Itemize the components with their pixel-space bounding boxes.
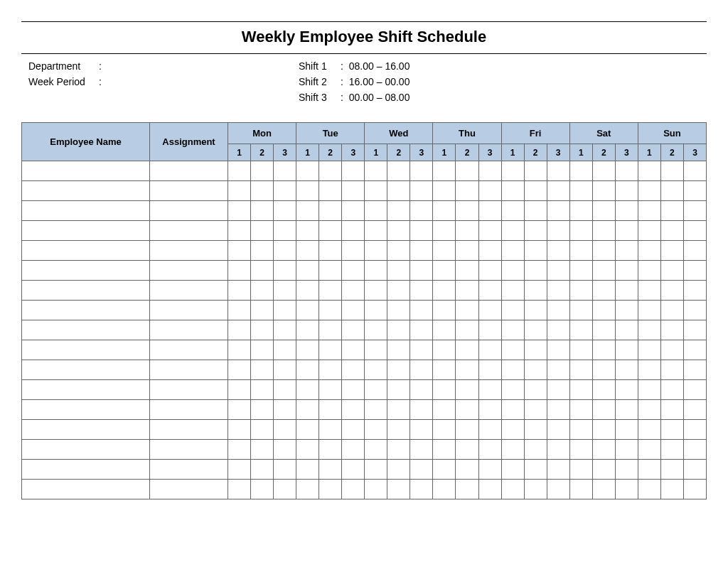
cell-shift	[660, 181, 683, 201]
cell-shift	[592, 380, 615, 400]
cell-shift	[410, 301, 433, 320]
cell-shift	[638, 360, 660, 380]
colon: :	[341, 74, 346, 90]
cell-shift	[274, 460, 296, 480]
colon: :	[99, 58, 106, 74]
col-day: Mon	[228, 123, 296, 144]
cell-shift	[615, 261, 638, 281]
cell-shift	[524, 340, 547, 360]
shift-label: Shift 2	[299, 74, 338, 90]
shift-row: Shift 3 : 00.00 – 08.00	[299, 90, 700, 105]
cell-shift	[274, 360, 296, 380]
cell-shift	[296, 440, 319, 460]
cell-shift	[501, 320, 524, 340]
shift-label: Shift 3	[299, 90, 338, 105]
col-shift-num: 2	[592, 144, 615, 161]
cell-shift	[615, 161, 638, 181]
cell-shift	[433, 340, 456, 360]
cell-shift	[615, 480, 638, 499]
cell-shift	[274, 161, 296, 181]
cell-shift	[478, 261, 501, 281]
cell-shift	[365, 440, 387, 460]
cell-shift	[251, 340, 274, 360]
cell-shift	[592, 161, 615, 181]
cell-shift	[501, 261, 524, 281]
cell-shift	[638, 221, 660, 241]
cell-employee-name	[22, 480, 150, 499]
cell-shift	[660, 440, 683, 460]
cell-shift	[456, 320, 478, 340]
cell-shift	[478, 241, 501, 261]
cell-employee-name	[22, 360, 150, 380]
cell-shift	[478, 380, 501, 400]
cell-shift	[296, 281, 319, 301]
cell-shift	[547, 340, 569, 360]
colon: :	[341, 58, 346, 74]
cell-assignment	[150, 460, 228, 480]
cell-shift	[433, 460, 456, 480]
cell-shift	[660, 380, 683, 400]
col-shift-num: 2	[319, 144, 342, 161]
cell-shift	[615, 340, 638, 360]
cell-shift	[501, 460, 524, 480]
cell-shift	[433, 440, 456, 460]
cell-shift	[296, 380, 319, 400]
col-day: Sat	[569, 123, 638, 144]
cell-shift	[524, 440, 547, 460]
cell-assignment	[150, 480, 228, 499]
cell-shift	[410, 480, 433, 499]
colon: :	[99, 74, 106, 90]
cell-assignment	[150, 440, 228, 460]
cell-shift	[478, 281, 501, 301]
cell-assignment	[150, 241, 228, 261]
cell-shift	[410, 281, 433, 301]
shift-time: 00.00 – 08.00	[349, 92, 410, 103]
cell-shift	[660, 281, 683, 301]
meta-block: Department : Week Period : Shift 1 : 08.…	[21, 54, 707, 122]
cell-shift	[319, 181, 342, 201]
cell-shift	[387, 301, 410, 320]
cell-shift	[365, 480, 387, 499]
col-shift-num: 3	[683, 144, 706, 161]
cell-shift	[228, 221, 251, 241]
cell-shift	[410, 201, 433, 221]
cell-shift	[251, 181, 274, 201]
cell-employee-name	[22, 320, 150, 340]
cell-shift	[569, 400, 592, 420]
cell-shift	[638, 340, 660, 360]
cell-shift	[387, 420, 410, 440]
cell-shift	[478, 320, 501, 340]
cell-shift	[524, 301, 547, 320]
cell-shift	[365, 460, 387, 480]
cell-shift	[501, 480, 524, 499]
table-row	[22, 301, 707, 320]
colon: :	[341, 90, 346, 105]
schedule-table: Employee Name Assignment Mon Tue Wed Thu…	[21, 122, 707, 499]
cell-shift	[683, 480, 706, 499]
cell-assignment	[150, 400, 228, 420]
table-row	[22, 241, 707, 261]
cell-shift	[547, 360, 569, 380]
cell-shift	[251, 460, 274, 480]
cell-shift	[387, 161, 410, 181]
cell-shift	[228, 161, 251, 181]
cell-shift	[569, 360, 592, 380]
cell-shift	[387, 261, 410, 281]
cell-shift	[319, 460, 342, 480]
cell-shift	[638, 380, 660, 400]
cell-shift	[410, 360, 433, 380]
shift-time: 16.00 – 00.00	[349, 76, 410, 87]
cell-shift	[638, 281, 660, 301]
cell-shift	[660, 480, 683, 499]
cell-shift	[501, 380, 524, 400]
cell-shift	[456, 161, 478, 181]
cell-shift	[387, 380, 410, 400]
cell-employee-name	[22, 301, 150, 320]
cell-shift	[387, 221, 410, 241]
cell-shift	[296, 340, 319, 360]
cell-shift	[342, 281, 365, 301]
cell-shift	[319, 161, 342, 181]
department-row: Department :	[28, 58, 299, 74]
cell-shift	[365, 281, 387, 301]
cell-shift	[501, 281, 524, 301]
